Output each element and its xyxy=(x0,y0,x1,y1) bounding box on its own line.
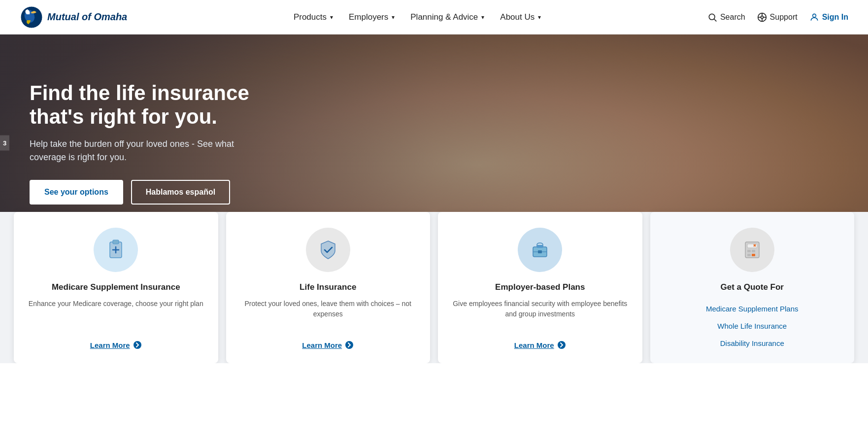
svg-point-2 xyxy=(27,11,29,13)
svg-rect-25 xyxy=(747,250,751,252)
hero-counter: 3 xyxy=(0,136,9,151)
cards-section: Medicare Supplement Insurance Enhance yo… xyxy=(0,212,868,363)
nav-planning[interactable]: Planning & Advice xyxy=(410,12,484,22)
hero-title: Find the life insurance that's right for… xyxy=(30,81,256,129)
signin-label: Sign In xyxy=(822,13,848,22)
medicare-supplement-card: Medicare Supplement Insurance Enhance yo… xyxy=(14,212,218,363)
clipboard-plus-icon xyxy=(105,239,127,261)
shield-check-icon xyxy=(317,239,339,261)
signin-icon xyxy=(809,12,819,22)
hablamos-button[interactable]: Hablamos español xyxy=(131,180,230,205)
life-card-title: Life Insurance xyxy=(300,282,356,293)
briefcase-icon xyxy=(529,239,551,261)
svg-rect-19 xyxy=(537,245,543,248)
nav-employers[interactable]: Employers xyxy=(349,12,395,22)
calculator-icon xyxy=(741,239,763,261)
employer-plans-card: Employer-based Plans Give employees fina… xyxy=(438,212,642,363)
see-options-button[interactable]: See your options xyxy=(30,180,123,205)
employer-learn-more[interactable]: Learn More xyxy=(514,341,566,349)
hero-buttons: See your options Hablamos español xyxy=(30,180,256,205)
search-action[interactable]: Search xyxy=(707,12,745,22)
nav-links: Products Employers Planning & Advice Abo… xyxy=(294,12,541,22)
svg-point-6 xyxy=(761,16,763,18)
svg-point-16 xyxy=(134,341,141,349)
svg-line-4 xyxy=(714,19,717,21)
life-insurance-card: Life Insurance Protect your loved ones, … xyxy=(226,212,431,363)
svg-point-22 xyxy=(558,341,566,349)
medicare-card-desc: Enhance your Medicare coverage, choose y… xyxy=(29,299,203,331)
employer-learn-more-arrow-icon xyxy=(557,341,566,349)
navbar: Mutual of Omaha Products Employers Plann… xyxy=(0,0,868,34)
medicare-learn-more-text: Learn More xyxy=(90,341,130,349)
search-label: Search xyxy=(720,13,745,22)
svg-rect-27 xyxy=(747,254,751,256)
quote-disability-link[interactable]: Disability Insurance xyxy=(664,337,841,349)
signin-action[interactable]: Sign In xyxy=(809,12,848,22)
hero-content: Find the life insurance that's right for… xyxy=(0,81,286,205)
support-label: Support xyxy=(770,13,798,22)
nav-actions: Search Support Sign In xyxy=(707,12,848,22)
employer-card-title: Employer-based Plans xyxy=(495,282,585,293)
support-action[interactable]: Support xyxy=(757,12,798,22)
quote-medicare-link[interactable]: Medicare Supplement Plans xyxy=(664,303,841,315)
quote-links: Medicare Supplement Plans Whole Life Ins… xyxy=(664,303,841,349)
employer-learn-more-text: Learn More xyxy=(514,341,554,349)
life-learn-more-arrow-icon xyxy=(345,341,354,349)
support-icon xyxy=(757,12,767,22)
hero-subtitle: Help take the burden off your loved ones… xyxy=(30,137,256,164)
life-learn-more-text: Learn More xyxy=(302,341,342,349)
life-card-desc: Protect your loved ones, leave them with… xyxy=(240,299,417,331)
get-quote-title: Get a Quote For xyxy=(721,282,784,293)
life-icon-circle xyxy=(306,228,350,272)
life-learn-more[interactable]: Learn More xyxy=(302,341,354,349)
svg-point-3 xyxy=(709,14,715,20)
employer-icon-circle xyxy=(518,228,562,272)
logo-eagle-icon xyxy=(20,5,43,29)
medicare-icon-circle xyxy=(94,228,138,272)
get-quote-card: Get a Quote For Medicare Supplement Plan… xyxy=(650,212,855,363)
quote-whole-life-link[interactable]: Whole Life Insurance xyxy=(664,320,841,332)
nav-about[interactable]: About Us xyxy=(500,12,541,22)
svg-point-11 xyxy=(812,14,816,17)
svg-point-17 xyxy=(345,341,353,349)
logo[interactable]: Mutual of Omaha xyxy=(20,5,127,29)
svg-rect-21 xyxy=(538,250,542,253)
logo-text: Mutual of Omaha xyxy=(47,11,127,23)
nav-products[interactable]: Products xyxy=(294,12,333,22)
quote-icon-circle xyxy=(730,228,774,272)
svg-rect-13 xyxy=(113,240,119,244)
svg-rect-28 xyxy=(752,254,755,256)
medicare-card-title: Medicare Supplement Insurance xyxy=(52,282,180,293)
medicare-learn-more[interactable]: Learn More xyxy=(90,341,142,349)
learn-more-arrow-icon xyxy=(133,341,142,349)
svg-rect-26 xyxy=(752,250,755,252)
employer-card-desc: Give employees financial security with e… xyxy=(452,299,629,331)
search-icon xyxy=(707,12,717,22)
